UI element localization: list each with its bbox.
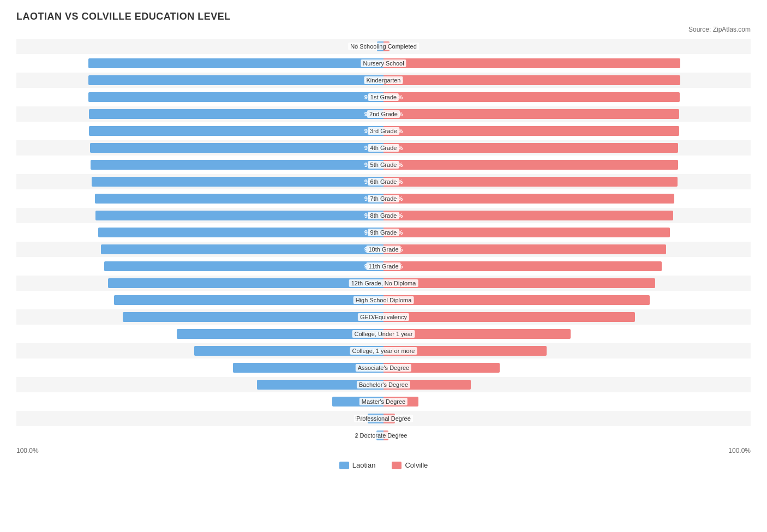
chart-row: 42.0%29.0%Bachelor's Degree — [16, 377, 751, 392]
chart-row: 94.6%94.9%9th Grade — [16, 225, 751, 240]
bar-label: College, Under 1 year — [352, 330, 415, 338]
chart-row: 97.7%98.1%2nd Grade — [16, 106, 751, 122]
chart-row: 97.6%98.0%3rd Grade — [16, 123, 751, 139]
bar-label: 7th Grade — [368, 195, 399, 202]
bar-label: Kindergarten — [364, 76, 403, 84]
bar-label: 6th Grade — [368, 178, 399, 186]
chart-row: 95.4%96.0%8th Grade — [16, 208, 751, 223]
bar-label: College, 1 year or more — [350, 347, 417, 355]
chart-row: 5.2%3.8%Professional Degree — [16, 411, 751, 426]
bar-label: 1st Grade — [368, 93, 399, 101]
chart-row: 86.5%83.4%GED/Equivalency — [16, 309, 751, 325]
chart-row: 89.3%88.3%High School Diploma — [16, 292, 751, 308]
legend: Laotian Colville — [16, 461, 751, 469]
axis-right-label: 100.0% — [728, 447, 751, 455]
bar-label: Associate's Degree — [356, 364, 411, 372]
legend-laotian: Laotian — [339, 461, 376, 469]
bar-label: Master's Degree — [359, 398, 408, 405]
bar-label: Professional Degree — [354, 415, 413, 422]
chart-row: 17.0%11.6%Master's Degree — [16, 394, 751, 409]
chart-row: 97.1%97.6%5th Grade — [16, 157, 751, 172]
bar-label: 8th Grade — [368, 212, 399, 219]
bar-label: High School Diploma — [353, 296, 414, 304]
chart-row: 2.3%1.6%Doctorate Degree — [16, 428, 751, 443]
chart-row: 93.6%93.6%10th Grade — [16, 242, 751, 257]
chart-title: LAOTIAN VS COLVILLE EDUCATION LEVEL — [16, 11, 751, 22]
bar-label: Doctorate Degree — [358, 432, 410, 439]
chart-row: 97.8%98.3%Nursery School — [16, 56, 751, 71]
chart-row: 92.6%92.2%11th Grade — [16, 259, 751, 274]
legend-colville: Colville — [392, 461, 428, 469]
bar-label: Nursery School — [361, 59, 406, 67]
legend-laotian-box — [339, 462, 349, 469]
legend-colville-box — [392, 462, 402, 469]
legend-laotian-label: Laotian — [352, 461, 376, 469]
bar-label: 4th Grade — [368, 144, 399, 152]
chart-area: 2.2%1.9%No Schooling Completed97.8%98.3%… — [16, 39, 751, 443]
axis-left-label: 100.0% — [16, 447, 39, 455]
chart-row: 96.8%97.4%6th Grade — [16, 174, 751, 189]
bar-label: 5th Grade — [368, 161, 399, 169]
chart-row: 91.3%90.1%12th Grade, No Diploma — [16, 276, 751, 291]
chart-row: 49.9%38.5%Associate's Degree — [16, 360, 751, 375]
legend-colville-label: Colville — [405, 461, 428, 469]
chart-row: 97.8%98.2%1st Grade — [16, 89, 751, 105]
bar-label: 2nd Grade — [367, 110, 400, 118]
bar-label: 11th Grade — [366, 262, 400, 270]
chart-row: 97.8%98.3%Kindergarten — [16, 73, 751, 88]
bar-label: Bachelor's Degree — [357, 381, 410, 388]
bar-label: GED/Equivalency — [358, 313, 409, 321]
bar-label: No Schooling Completed — [348, 43, 419, 50]
bar-label: 9th Grade — [368, 229, 399, 236]
chart-row: 62.8%54.1%College, 1 year or more — [16, 343, 751, 358]
chart-row: 68.5%62.1%College, Under 1 year — [16, 326, 751, 342]
chart-row: 97.3%97.7%4th Grade — [16, 140, 751, 156]
bar-label: 12th Grade, No Diploma — [349, 279, 418, 287]
source-label: Source: ZipAtlas.com — [16, 26, 751, 33]
chart-row: 2.2%1.9%No Schooling Completed — [16, 39, 751, 54]
bar-label: 10th Grade — [366, 246, 400, 253]
bar-label: 3rd Grade — [368, 127, 399, 135]
chart-row: 95.7%96.4%7th Grade — [16, 191, 751, 206]
